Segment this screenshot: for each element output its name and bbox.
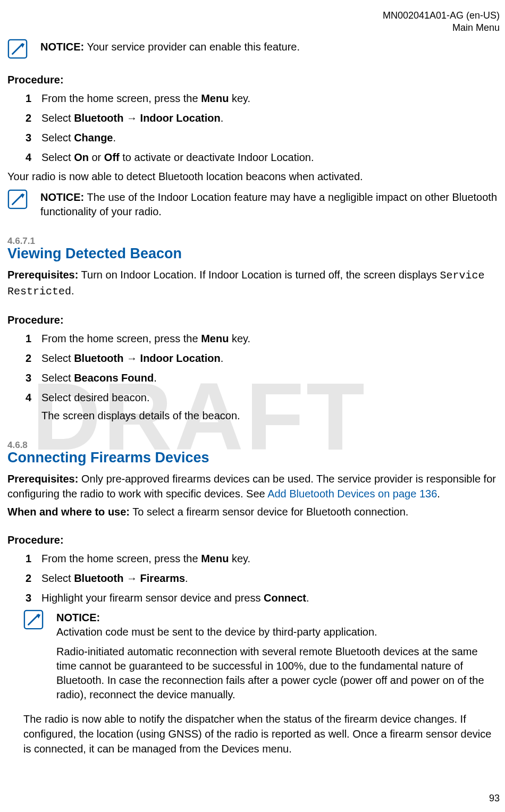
svg-line-1: [13, 44, 23, 54]
notice-line2: Radio-initiated automatic reconnection w…: [56, 645, 500, 702]
notice-feature-enable: NOTICE: Your service provider can enable…: [7, 39, 500, 59]
prerequisites: Prerequisites: Turn on Indoor Location. …: [7, 267, 500, 299]
notice-icon: [7, 39, 28, 59]
list-item: 3 Select Beacons Found.: [26, 370, 500, 386]
list-item: 2 Select Bluetooth → Indoor Location.: [26, 110, 500, 126]
prereq-label: Prerequisites:: [7, 473, 78, 485]
step-body: From the home screen, press the Menu key…: [41, 551, 500, 567]
xref-link[interactable]: Add Bluetooth Devices on page 136: [267, 488, 437, 500]
step-body: Select Bluetooth → Indoor Location.: [41, 350, 500, 367]
notice-body: Your service provider can enable this fe…: [84, 41, 300, 53]
list-item: 1 From the home screen, press the Menu k…: [26, 551, 500, 567]
step-number: 2: [26, 110, 41, 126]
step-number: 3: [26, 590, 41, 606]
list-item: 3 Select Change.: [26, 130, 500, 146]
step-body: From the home screen, press the Menu key…: [41, 331, 500, 347]
notice-firearms: NOTICE: Activation code must be sent to …: [23, 610, 500, 702]
notice-label: NOTICE:: [56, 612, 100, 623]
notice-line1: Activation code must be sent to the devi…: [56, 625, 500, 639]
prereq-label: Prerequisites:: [7, 269, 78, 281]
step-body: Select Bluetooth → Indoor Location.: [41, 110, 500, 126]
step-body: From the home screen, press the Menu key…: [41, 90, 500, 107]
chapter-name: Main Menu: [383, 22, 500, 34]
step-number: 1: [26, 331, 41, 347]
step-body: Select Change.: [41, 130, 500, 146]
list-item: 4 Select On or Off to activate or deacti…: [26, 149, 500, 166]
procedure-label: Procedure:: [7, 74, 500, 86]
step-number: 1: [26, 551, 41, 567]
step-number: 4: [26, 390, 41, 406]
section-title: Connecting Firearms Devices: [7, 450, 500, 466]
list-item: 1 From the home screen, press the Menu k…: [26, 90, 500, 107]
step-body: Highlight your firearm sensor device and…: [41, 590, 500, 606]
page-number: 93: [489, 793, 500, 804]
procedure-list-2: 1 From the home screen, press the Menu k…: [26, 331, 500, 423]
step-number: 3: [26, 370, 41, 386]
section-title: Viewing Detected Beacon: [7, 246, 500, 262]
list-item: 1 From the home screen, press the Menu k…: [26, 331, 500, 347]
notice-text: NOTICE: Activation code must be sent to …: [56, 610, 500, 702]
step-body: Select On or Off to activate or deactiva…: [41, 149, 500, 166]
section-number: 4.6.8: [7, 440, 500, 451]
doc-id: MN002041A01-AG (en-US): [383, 10, 500, 22]
list-item: 2 Select Bluetooth → Indoor Location.: [26, 350, 500, 367]
notice-label: NOTICE:: [40, 41, 84, 53]
step-body: Select desired beacon. The screen displa…: [41, 390, 500, 423]
list-item: 4 Select desired beacon. The screen disp…: [26, 390, 500, 423]
procedure-result: The radio is now able to notify the disp…: [23, 712, 500, 756]
step-body: Select Beacons Found.: [41, 370, 500, 386]
list-item: 3 Highlight your firearm sensor device a…: [26, 590, 500, 606]
prerequisites: Prerequisites: Only pre-approved firearm…: [7, 471, 500, 501]
procedure-label: Procedure:: [7, 314, 500, 326]
step-number: 2: [26, 570, 41, 587]
step-number: 1: [26, 90, 41, 107]
step-number: 3: [26, 130, 41, 146]
procedure-result: Your radio is now able to detect Bluetoo…: [7, 169, 500, 184]
section-number: 4.6.7.1: [7, 236, 500, 247]
procedure-list-1: 1 From the home screen, press the Menu k…: [26, 90, 500, 166]
notice-text: NOTICE: Your service provider can enable…: [40, 39, 500, 54]
notice-text: NOTICE: The use of the Indoor Location f…: [40, 189, 500, 219]
list-item: 2 Select Bluetooth → Firearms.: [26, 570, 500, 587]
procedure-list-3: 1 From the home screen, press the Menu k…: [26, 551, 500, 606]
procedure-label: Procedure:: [7, 534, 500, 546]
step-number: 2: [26, 350, 41, 367]
notice-icon: [23, 610, 44, 630]
notice-indoor-impact: NOTICE: The use of the Indoor Location f…: [7, 189, 500, 219]
step-body: Select Bluetooth → Firearms.: [41, 570, 500, 587]
notice-label: NOTICE:: [40, 191, 84, 203]
svg-line-3: [13, 194, 23, 205]
when-where: When and where to use: To select a firea…: [7, 504, 500, 519]
when-label: When and where to use:: [7, 506, 130, 518]
step-result: The screen displays details of the beaco…: [41, 408, 500, 423]
notice-body: The use of the Indoor Location feature m…: [40, 191, 497, 217]
notice-icon: [7, 189, 28, 209]
step-number: 4: [26, 149, 41, 166]
svg-line-5: [29, 615, 39, 625]
page-header: MN002041A01-AG (en-US) Main Menu: [383, 10, 500, 35]
